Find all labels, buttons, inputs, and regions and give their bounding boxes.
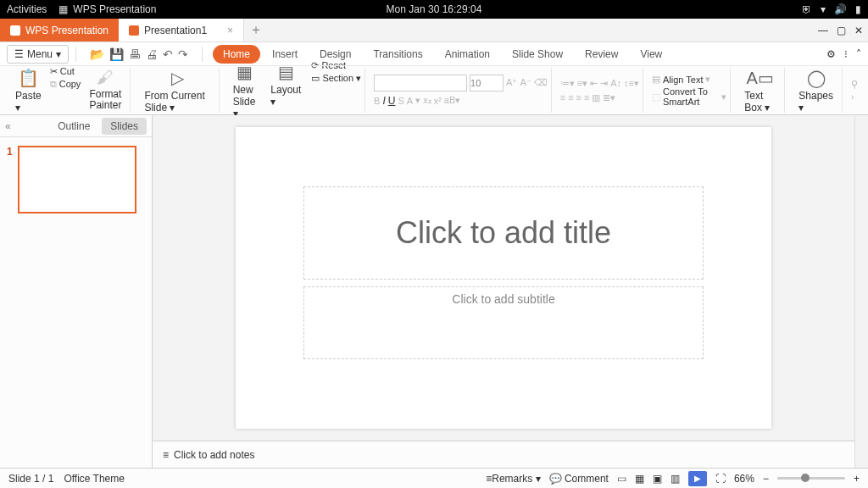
- bullets-icon[interactable]: ≔▾: [560, 78, 575, 89]
- slide-number: 1: [7, 146, 13, 214]
- zoom-out-icon[interactable]: −: [763, 473, 769, 485]
- highlight-icon[interactable]: ▾: [415, 95, 420, 106]
- underline-icon[interactable]: U: [388, 95, 396, 107]
- from-current-slide-button[interactable]: ▷From Current Slide ▾: [139, 66, 214, 115]
- tab-review[interactable]: Review: [575, 45, 628, 64]
- statusbar: Slide 1 / 1 Office Theme ≡Remarks ▾ 💬 Co…: [0, 468, 868, 488]
- activities-button[interactable]: Activities: [7, 3, 47, 15]
- app-indicator[interactable]: ▦ WPS Presentation: [58, 3, 156, 15]
- align-left-icon[interactable]: ≡: [560, 92, 565, 103]
- columns-icon[interactable]: ▥: [592, 92, 600, 103]
- decrease-font-icon[interactable]: A⁻: [520, 77, 531, 88]
- slides-tab[interactable]: Slides: [102, 118, 147, 135]
- text-direction-icon[interactable]: A↕: [610, 78, 621, 88]
- notes-icon: ≡: [163, 449, 169, 461]
- distribute-icon[interactable]: ≣▾: [603, 92, 615, 103]
- subscript-icon[interactable]: x₂: [423, 95, 431, 106]
- new-tab-button[interactable]: ＋: [244, 19, 268, 42]
- network-icon: ▾: [821, 3, 826, 15]
- text-box-button[interactable]: A▭Text Box ▾: [739, 66, 781, 115]
- view-reading-icon[interactable]: ▣: [653, 473, 662, 485]
- copy-button[interactable]: ⧉ Copy: [50, 79, 81, 90]
- align-right-icon[interactable]: ≡: [576, 92, 581, 103]
- view-notes-icon[interactable]: ▥: [670, 473, 680, 485]
- ribbon-overflow-icon[interactable]: ›: [851, 92, 858, 102]
- ribbon: 📋Paste ▾ ✂ Cut ⧉ Copy 🖌FormatPainter ▷Fr…: [0, 66, 868, 115]
- maximize-icon[interactable]: ▢: [837, 25, 846, 36]
- help-icon[interactable]: ⁝: [844, 48, 848, 60]
- slide-thumbnail-1[interactable]: 1: [7, 146, 145, 214]
- print-icon[interactable]: 🖶: [129, 47, 141, 61]
- remarks-button[interactable]: ≡Remarks ▾: [486, 473, 540, 485]
- zoom-level[interactable]: 66%: [734, 473, 754, 485]
- outline-tab[interactable]: Outline: [49, 118, 98, 135]
- zoom-in-icon[interactable]: +: [854, 473, 860, 485]
- close-tab-icon[interactable]: ×: [227, 25, 233, 36]
- tab-insert[interactable]: Insert: [262, 45, 308, 64]
- align-text-button[interactable]: ▤ Align Text ▾: [652, 74, 726, 85]
- subtitle-placeholder[interactable]: Click to add subtitle: [303, 286, 704, 359]
- justify-icon[interactable]: ≡: [584, 92, 589, 103]
- menu-button[interactable]: ☰ Menu ▾: [7, 45, 69, 64]
- comment-button[interactable]: 💬 Comment: [549, 473, 609, 485]
- collapse-panel-icon[interactable]: «: [5, 120, 11, 132]
- menubar: ☰ Menu ▾ 📂 💾 🖶 🖨 ↶ ↷ Home Insert Design …: [0, 42, 868, 66]
- tab-app[interactable]: WPS Presentation: [0, 19, 119, 42]
- ribbon-more-icon[interactable]: ⚲: [851, 79, 858, 90]
- tab-document[interactable]: Presentation1×: [119, 19, 244, 42]
- notes-placeholder: Click to add notes: [174, 449, 254, 461]
- right-strip: [854, 115, 868, 468]
- minimize-icon[interactable]: —: [818, 25, 828, 36]
- zoom-slider[interactable]: [777, 477, 845, 480]
- align-center-icon[interactable]: ≡: [568, 92, 573, 103]
- strike-icon[interactable]: S: [398, 96, 403, 106]
- section-button[interactable]: ▭ Section ▾: [311, 73, 361, 84]
- save-icon[interactable]: 💾: [109, 47, 124, 61]
- view-normal-icon[interactable]: ▭: [617, 473, 626, 485]
- change-case-icon[interactable]: aB▾: [444, 95, 460, 106]
- font-family-select[interactable]: [374, 75, 467, 92]
- tab-home[interactable]: Home: [213, 45, 260, 64]
- indent-dec-icon[interactable]: ⇤: [590, 78, 598, 89]
- title-placeholder[interactable]: Click to add title: [303, 186, 704, 280]
- numbering-icon[interactable]: ≡▾: [577, 78, 587, 89]
- tab-design[interactable]: Design: [309, 45, 361, 64]
- view-sorter-icon[interactable]: ▦: [635, 473, 644, 485]
- line-spacing-icon[interactable]: ↕≡▾: [624, 78, 639, 89]
- superscript-icon[interactable]: x²: [434, 96, 442, 106]
- tab-transitions[interactable]: Transitions: [363, 45, 432, 64]
- open-icon[interactable]: 📂: [90, 47, 104, 61]
- system-topbar: Activities ▦ WPS Presentation Mon Jan 30…: [0, 0, 868, 19]
- layout-button[interactable]: ▤Layout ▾: [265, 60, 306, 121]
- increase-font-icon[interactable]: A⁺: [506, 77, 517, 88]
- notes-pane[interactable]: ≡ Click to add notes: [153, 441, 854, 468]
- slide-panel: « Outline Slides 1: [0, 115, 153, 468]
- undo-icon[interactable]: ↶: [163, 47, 173, 61]
- tab-animation[interactable]: Animation: [435, 45, 500, 64]
- volume-icon: 🔊: [834, 3, 847, 15]
- paste-button[interactable]: 📋Paste ▾: [10, 66, 47, 115]
- tab-view[interactable]: View: [630, 45, 672, 64]
- clear-format-icon[interactable]: ⌫: [534, 77, 548, 88]
- font-size-select[interactable]: 10: [470, 75, 504, 92]
- bold-icon[interactable]: B: [374, 96, 380, 106]
- tab-slideshow[interactable]: Slide Show: [502, 45, 573, 64]
- slide-area[interactable]: Click to add title Click to add subtitle: [153, 115, 854, 441]
- slideshow-button[interactable]: ▶: [688, 471, 707, 486]
- format-painter-button[interactable]: 🖌FormatPainter: [84, 66, 126, 115]
- slide-counter: Slide 1 / 1: [8, 473, 53, 485]
- fit-icon[interactable]: ⛶: [715, 473, 726, 485]
- convert-smartart-button[interactable]: ⬚ Convert To SmartArt ▾: [652, 86, 726, 107]
- print-preview-icon[interactable]: 🖨: [146, 47, 158, 61]
- settings-icon[interactable]: ⚙: [826, 48, 836, 60]
- redo-icon[interactable]: ↷: [178, 47, 188, 61]
- slide: Click to add title Click to add subtitle: [236, 127, 771, 429]
- italic-icon[interactable]: I: [382, 95, 385, 107]
- collapse-ribbon-icon[interactable]: ˄: [856, 48, 861, 60]
- shapes-button[interactable]: ◯Shapes ▾: [793, 66, 838, 115]
- indent-inc-icon[interactable]: ⇥: [600, 78, 608, 89]
- close-window-icon[interactable]: ✕: [854, 25, 863, 36]
- cut-button[interactable]: ✂ Cut: [50, 66, 81, 77]
- new-slide-button[interactable]: ▦New Slide ▾: [228, 60, 261, 121]
- font-color-icon[interactable]: A: [407, 96, 413, 106]
